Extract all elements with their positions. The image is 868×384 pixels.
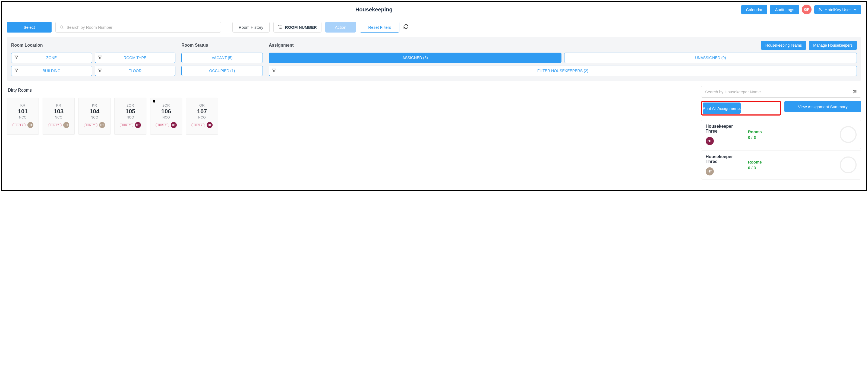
funnel-icon [98,68,102,73]
dirty-badge: DIRTY [48,123,62,127]
audit-logs-button[interactable]: Audit Logs [770,5,799,14]
zone-filter[interactable]: ZONE [11,53,92,63]
rooms-label: Rooms [748,129,835,134]
svg-point-14 [154,102,155,103]
rooms-count: 0 / 3 [748,135,835,140]
avatar[interactable]: GP [802,5,811,14]
unassigned-label: UNASSIGNED (0) [695,56,726,60]
progress-ring [840,156,857,173]
housekeeper-badge: HT [207,122,213,128]
room-card[interactable]: 2QR106NCODIRTYHT [150,98,182,135]
room-location-title: Room Location [11,43,43,48]
svg-rect-12 [153,100,154,100]
room-number: 105 [125,108,135,115]
housekeeper-badge: HT [63,122,69,128]
progress-ring [840,126,857,143]
housekeeping-teams-button[interactable]: Housekeeping Teams [761,41,806,50]
svg-point-13 [153,102,154,103]
svg-rect-11 [153,100,155,102]
print-highlight: Print All Assignments [701,101,781,115]
room-search-box[interactable] [55,22,221,33]
svg-marker-6 [15,56,18,59]
housekeeper-badge: HT [135,122,141,128]
funnel-icon [98,55,102,61]
view-assignment-summary-button[interactable]: View Assignment Summary [784,101,861,112]
vacant-label: VACANT (5) [212,56,233,60]
room-number: 104 [90,108,100,115]
rooms-label: Rooms [748,160,835,164]
room-nco: NCO [162,115,170,119]
svg-marker-7 [98,56,101,59]
svg-point-0 [820,8,821,9]
manage-housekeepers-button[interactable]: Manage Housekeepers [809,41,857,50]
sort-list-icon[interactable] [853,90,857,94]
select-button[interactable]: Select [7,22,52,33]
filter-housekeepers[interactable]: FILTER HOUSEKEEPERS (2) [269,66,857,76]
assignment-title: Assignment [269,43,294,48]
room-card[interactable]: 2QR105NCODIRTYHT [114,98,146,135]
floor-filter[interactable]: FLOOR [95,66,176,76]
room-nco: NCO [198,115,206,119]
housekeeper-card[interactable]: Housekeeper ThreeHTRooms0 / 3 [701,120,861,149]
reset-filters-button[interactable]: Reset Filters [360,22,399,33]
zone-label: ZONE [46,56,57,60]
room-number: 101 [18,108,28,115]
housekeeper-avatar: HT [706,137,714,145]
roomtype-filter[interactable]: ROOM TYPE [95,53,176,63]
dirty-badge: DIRTY [120,123,133,127]
sort-button[interactable]: ROOM NUMBER [273,22,321,33]
housekeeper-search-input[interactable] [705,90,850,94]
page-title: Housekeeping [7,6,741,13]
room-nco: NCO [19,115,27,119]
room-type: 2QR [162,103,170,107]
calendar-button[interactable]: Calendar [741,5,768,14]
occupied-filter[interactable]: OCCUPIED (1) [181,66,263,76]
dirty-badge: DIRTY [12,123,26,127]
occupied-label: OCCUPIED (1) [209,69,235,73]
housekeeper-badge: HT [27,122,33,128]
chevron-down-icon [853,7,858,12]
room-card[interactable]: KR104NCODIRTYHT [79,98,111,135]
sort-icon [278,25,282,29]
svg-marker-8 [15,69,18,72]
assigned-filter[interactable]: ASSIGNED (6) [269,53,561,63]
room-number: 106 [161,108,171,115]
housekeeper-badge: HT [171,122,177,128]
room-status-title: Room Status [181,43,208,48]
housekeeper-name: Housekeeper Three [706,124,744,134]
room-card[interactable]: QR107NCODIRTYHT [186,98,218,135]
housekeeper-search-box[interactable] [701,86,861,98]
room-type: QR [199,103,205,107]
room-search-input[interactable] [66,25,217,30]
rooms-count: 0 / 3 [748,166,835,170]
user-label: HotelKey User [825,7,851,12]
housekeeper-avatar: HT [706,167,714,175]
housekeeper-card[interactable]: Housekeeper ThreeHTRooms0 / 3 [701,150,861,179]
svg-point-1 [60,26,63,28]
unassigned-filter[interactable]: UNASSIGNED (0) [564,53,857,63]
building-filter[interactable]: BUILDING [11,66,92,76]
room-number: 103 [54,108,64,115]
room-card[interactable]: KR101NCODIRTYHT [7,98,39,135]
room-type: KR [92,103,97,107]
user-icon [818,7,823,12]
floor-label: FLOOR [128,69,142,73]
building-label: BUILDING [43,69,61,73]
svg-marker-10 [272,69,276,72]
vacant-filter[interactable]: VACANT (5) [181,53,263,63]
funnel-icon [14,55,19,61]
filter-housekeepers-label: FILTER HOUSEKEEPERS (2) [537,69,588,73]
user-menu[interactable]: HotelKey User [814,5,861,14]
room-nco: NCO [126,115,134,119]
svg-marker-9 [98,69,101,72]
room-type: 2QR [126,103,134,107]
dirty-badge: DIRTY [156,123,169,127]
room-nco: NCO [91,115,98,119]
room-history-button[interactable]: Room History [232,22,270,33]
refresh-button[interactable] [403,24,409,30]
room-nco: NCO [55,115,62,119]
print-all-assignments-button[interactable]: Print All Assignments [703,103,741,114]
room-card[interactable]: KR103NCODIRTYHT [43,98,75,135]
search-icon [59,25,64,29]
room-type: KR [20,103,26,107]
